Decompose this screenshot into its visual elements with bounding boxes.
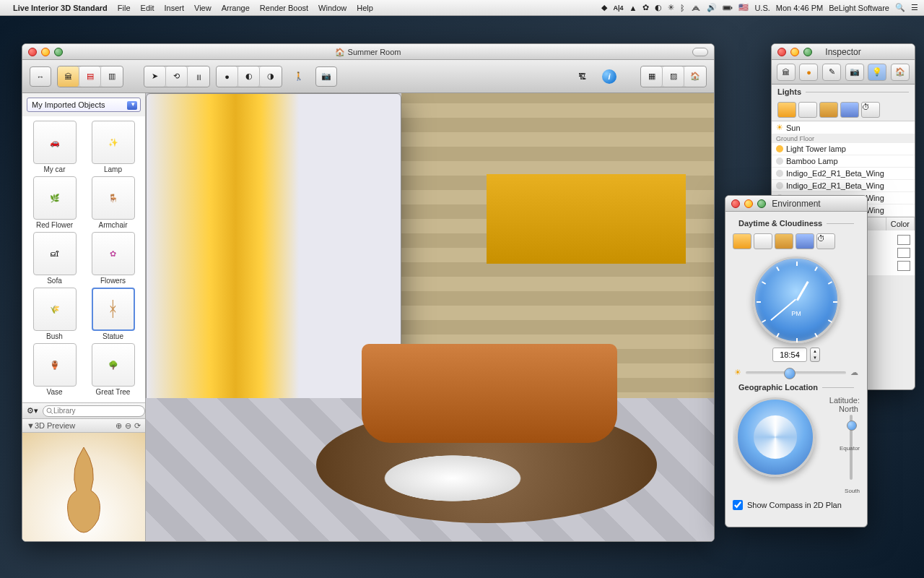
input-locale[interactable]: U.S. [754, 4, 770, 12]
viewport-3d[interactable] [146, 93, 714, 541]
light-row[interactable]: Bamboo Lamp [772, 155, 915, 168]
library-item[interactable]: 🛋Sofa [27, 232, 82, 285]
airport-icon[interactable] [691, 3, 701, 13]
minimize-button[interactable] [744, 199, 753, 208]
disclosure-triangle-icon[interactable]: ▼ [27, 421, 35, 430]
preset-sunset[interactable] [754, 233, 772, 249]
menu-window[interactable]: Window [318, 4, 346, 12]
cloudiness-slider[interactable]: ☀ ☁ [733, 365, 860, 380]
walk-icon[interactable]: 🚶 [288, 66, 310, 87]
input-flag-icon[interactable]: 🇺🇸 [738, 3, 749, 12]
compass-control[interactable] [736, 397, 815, 477]
play-button[interactable]: ◐ [238, 66, 260, 87]
light-row[interactable]: Light Tower lamp [772, 143, 915, 155]
project-panel-button[interactable]: ▤ [79, 66, 101, 87]
gear-icon[interactable]: ⚙▾ [27, 406, 38, 415]
preset-settings[interactable]: ⏱ [816, 233, 835, 249]
daytime-clock[interactable] [753, 256, 840, 343]
menubar-clock[interactable]: Mon 4:46 PM [776, 4, 823, 12]
time-field[interactable] [772, 348, 807, 362]
color-swatch[interactable] [897, 235, 910, 245]
menu-extra-icon[interactable]: ✿ [642, 3, 649, 12]
light-row-sun[interactable]: ☀Sun [772, 121, 915, 134]
close-button[interactable] [28, 48, 37, 56]
library-item[interactable]: ✨Lamp [85, 121, 141, 173]
zoom-button[interactable] [757, 199, 766, 208]
light-row[interactable]: Indigo_Ed2_R1_Beta_Wing [772, 180, 915, 192]
library-item[interactable]: 🚗My car [27, 121, 82, 173]
library-item[interactable]: 🪑Armchair [85, 176, 141, 229]
stop-button[interactable]: ◑ [260, 66, 282, 87]
menu-extra-icon[interactable]: ✳ [668, 3, 674, 12]
preset-day[interactable] [733, 233, 751, 249]
minimize-button[interactable] [41, 48, 50, 56]
preset-evening[interactable] [819, 102, 838, 118]
zoom-button[interactable] [54, 48, 63, 56]
trimble-icon[interactable]: 🏗 [571, 66, 593, 87]
notification-center-icon[interactable]: ☰ [911, 3, 918, 12]
zoom-reset-icon[interactable]: ⟳ [134, 421, 141, 431]
library-item[interactable]: 🌾Bush [27, 288, 82, 340]
menu-arrange[interactable]: Arrange [222, 4, 250, 12]
menu-extra-icon[interactable]: ◐ [655, 3, 662, 12]
app-menu[interactable]: Live Interior 3D Standard [13, 4, 108, 12]
preset-day[interactable] [777, 102, 796, 118]
close-button[interactable] [731, 199, 740, 208]
record-button[interactable]: ● [217, 66, 238, 87]
color-swatch[interactable] [897, 248, 910, 258]
snapshot-button[interactable]: 📷 [315, 66, 337, 87]
menu-insert[interactable]: Insert [165, 4, 185, 12]
zoom-button[interactable] [803, 48, 812, 56]
menu-extra-icon[interactable]: ◆ [601, 3, 607, 12]
tab-materials[interactable]: ● [799, 64, 818, 81]
tab-lights[interactable]: 💡 [868, 64, 886, 81]
preview-header[interactable]: ▼ 3D Preview ⊕ ⊖ ⟳ [22, 418, 145, 433]
preset-sunset[interactable] [798, 102, 817, 118]
battery-icon[interactable] [723, 3, 733, 13]
menu-render-boost[interactable]: Render Boost [260, 4, 308, 12]
menu-help[interactable]: Help [357, 4, 373, 12]
preset-night[interactable] [840, 102, 859, 118]
latitude-slider[interactable]: Latitude: North Equator South [819, 394, 860, 494]
menu-view[interactable]: View [194, 4, 212, 12]
tab-object[interactable]: 🏛 [777, 64, 796, 81]
library-item[interactable]: 🏺Vase [27, 343, 82, 396]
view-3d-button[interactable]: 🏠 [684, 66, 706, 87]
show-compass-checkbox[interactable]: Show Compass in 2D Plan [733, 494, 860, 510]
library-item[interactable]: ᚼStatue [85, 288, 141, 340]
menu-file[interactable]: File [118, 4, 131, 12]
library-item[interactable]: 🌿Red Flower [27, 176, 82, 229]
preset-evening[interactable] [775, 233, 793, 249]
menu-extra-icon[interactable]: A|4 [613, 4, 623, 12]
view-2d-button[interactable]: ▦ [641, 66, 663, 87]
library-item[interactable]: 🌳Great Tree [85, 343, 141, 396]
orbit-tool[interactable]: ⟲ [166, 66, 188, 87]
tab-cameras[interactable]: 📷 [845, 64, 864, 81]
view-split-button[interactable]: ▨ [663, 66, 684, 87]
spotlight-icon[interactable]: 🔍 [895, 3, 905, 12]
menu-edit[interactable]: Edit [141, 4, 154, 12]
menu-extra-icon[interactable]: ▲ [629, 4, 637, 12]
color-swatch[interactable] [897, 261, 910, 271]
pan-tool[interactable]: ⫼ [188, 66, 209, 87]
checkbox[interactable] [733, 500, 743, 510]
tab-2d[interactable]: ✎ [822, 64, 841, 81]
zoom-out-icon[interactable]: ⊖ [125, 421, 131, 431]
select-tool[interactable]: ➤ [144, 66, 166, 87]
zoom-in-icon[interactable]: ⊕ [116, 421, 122, 431]
library-search-input[interactable] [43, 405, 145, 417]
light-row[interactable]: Indigo_Ed2_R1_Beta_Wing [772, 168, 915, 180]
bluetooth-icon[interactable]: ᛒ [680, 4, 685, 12]
library-panel-button[interactable]: 🏛 [58, 66, 79, 87]
volume-icon[interactable]: 🔊 [707, 3, 717, 12]
close-button[interactable] [777, 48, 786, 56]
levels-panel-button[interactable]: ▥ [101, 66, 123, 87]
library-category-select[interactable]: My Imported Objects [27, 98, 141, 112]
preset-settings[interactable]: ⏱ [861, 102, 880, 118]
preset-night[interactable] [796, 233, 814, 249]
library-item[interactable]: ✿Flowers [85, 232, 141, 285]
time-stepper[interactable]: ▲▼ [810, 348, 820, 362]
back-forward-button[interactable]: ↔ [30, 66, 51, 87]
menubar-vendor[interactable]: BeLight Software [829, 4, 889, 12]
minimize-button[interactable] [790, 48, 799, 56]
